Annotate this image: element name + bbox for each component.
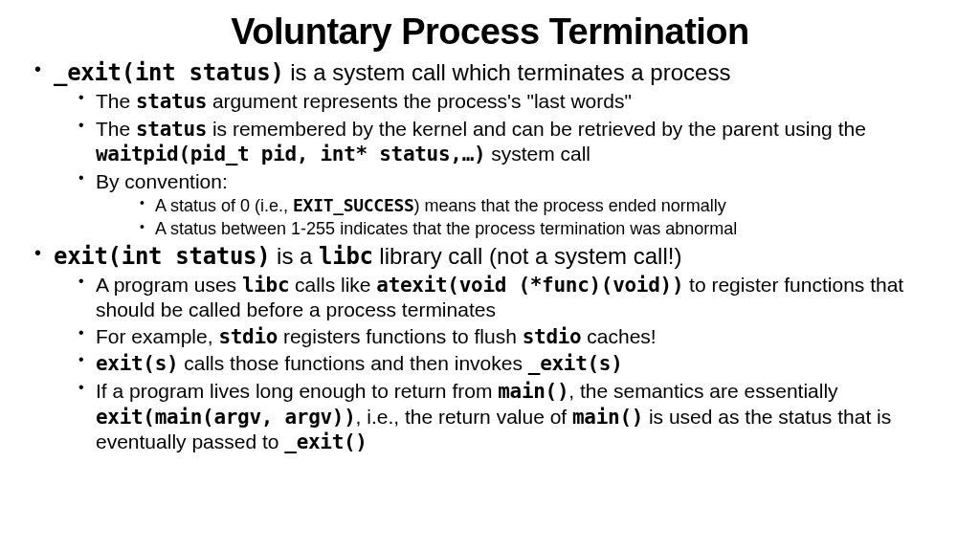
code-span: _exit() — [284, 430, 367, 453]
code-span: stdio — [218, 325, 278, 348]
text: system call — [485, 143, 590, 165]
text: caches! — [581, 325, 656, 347]
text: By convention: — [96, 170, 228, 192]
bullet-list: _exit(int status) is a system call which… — [29, 58, 951, 455]
list-item: exit(int status) is a libc library call … — [29, 242, 951, 455]
text: ) means that the process ended normally — [414, 196, 726, 215]
list-item: A program uses libc calls like atexit(vo… — [54, 273, 951, 322]
code-span: main() — [572, 406, 643, 429]
list-item: The status argument represents the proce… — [54, 89, 951, 115]
code-span: exit(int status) — [54, 243, 270, 270]
text: A status of 0 (i.e., — [155, 196, 293, 215]
list-item: By convention: A status of 0 (i.e., EXIT… — [54, 169, 951, 240]
text: is a — [270, 243, 319, 269]
text: , the semantics are essentially — [568, 380, 837, 402]
text: If a program lives long enough to return… — [96, 380, 498, 402]
code-span: exit(s) — [96, 352, 178, 375]
list-item: _exit(int status) is a system call which… — [29, 58, 951, 240]
code-span: stdio — [523, 325, 582, 348]
code-span: status — [136, 90, 207, 113]
code-span: atexit(void (*func)(void)) — [376, 274, 683, 297]
code-span: _exit(s) — [528, 352, 623, 375]
code-span: status — [136, 118, 207, 141]
code-span: libc — [319, 243, 373, 270]
text: argument represents the process's "last … — [207, 90, 632, 112]
page-title: Voluntary Process Termination — [29, 11, 951, 53]
code-span: libc — [242, 274, 289, 297]
list-item: A status of 0 (i.e., EXIT_SUCCESS) means… — [96, 195, 951, 217]
text: A program uses — [96, 274, 242, 296]
list-item: exit(s) calls those functions and then i… — [54, 351, 951, 377]
text: registers functions to flush — [278, 325, 523, 347]
text: calls like — [289, 274, 376, 296]
code-span: EXIT_SUCCESS — [293, 195, 413, 215]
text: The — [96, 118, 136, 140]
code-span: main() — [498, 380, 568, 403]
code-span: _exit(int status) — [54, 59, 284, 86]
text: For example, — [96, 325, 218, 347]
text: A status between 1-255 indicates that th… — [155, 219, 737, 238]
list-item: If a program lives long enough to return… — [54, 379, 951, 455]
text: is remembered by the kernel and can be r… — [207, 118, 866, 140]
text: calls those functions and then invokes — [178, 352, 527, 374]
text: The — [96, 90, 136, 112]
list-item: A status between 1-255 indicates that th… — [96, 219, 951, 240]
code-span: waitpid(pid_t pid, int* status,…) — [96, 143, 485, 165]
text: library call (not a system call!) — [373, 243, 682, 269]
code-span: exit(main(argv, argv)) — [96, 406, 356, 429]
text: , i.e., the return value of — [356, 406, 572, 428]
text: is a system call which terminates a proc… — [284, 59, 731, 85]
list-item: For example, stdio registers functions t… — [54, 324, 951, 350]
list-item: The status is remembered by the kernel a… — [54, 117, 951, 167]
